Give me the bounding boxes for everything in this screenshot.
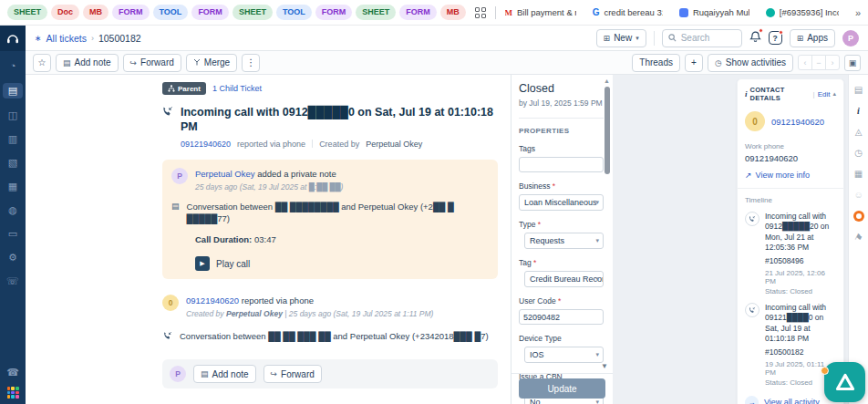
app-switcher-icon[interactable] (7, 387, 19, 399)
timeline-title[interactable]: Incoming call with 0912█████20 on Mon, J… (765, 212, 836, 254)
browser-tab[interactable]: [#6935936] Incomin... (766, 7, 839, 17)
divider (738, 188, 843, 189)
browser-tab-strip: SHEET Doc MB FORM TOOL FORM SHEET TOOL F… (0, 0, 868, 26)
timeline-title[interactable]: Incoming call with 09121████0 on Sat, Ju… (765, 303, 836, 345)
tab-grid-icon[interactable] (475, 7, 486, 18)
tab-group-chip[interactable]: Doc (51, 5, 79, 20)
tab-group-chip[interactable]: FORM (315, 5, 353, 20)
avatar: P (170, 366, 186, 382)
tab-overflow-chevron[interactable]: » (855, 7, 861, 18)
tab-group-chip[interactable]: FORM (112, 5, 150, 20)
tags-input[interactable] (519, 157, 604, 172)
view-all-activity-link[interactable]: → View all activity (745, 396, 836, 404)
sidebar-item-calendar[interactable]: ▦ (4, 180, 22, 193)
expand-layout-button[interactable]: ▣ (844, 55, 861, 71)
ticket-details-icon[interactable]: ▤ (854, 85, 863, 95)
scroll-down-arrow[interactable]: ▼ (601, 362, 608, 370)
search-input[interactable]: Search (662, 29, 742, 47)
sidebar-item-solutions[interactable]: ▥ (4, 132, 22, 146)
new-button[interactable]: ⊞ New ▾ (596, 29, 646, 47)
note-author-link[interactable]: Perpetual Okey (195, 169, 254, 179)
sidebar-item-tickets[interactable]: ▤ (3, 83, 23, 98)
threads-button[interactable]: Threads (632, 54, 680, 72)
scroll-up-arrow[interactable]: ▲ (604, 78, 610, 84)
contact-details-title: CONTACT DETAILS (750, 86, 811, 102)
next-ticket-button[interactable]: › (825, 55, 840, 70)
tab-group-chip[interactable]: FORM (399, 5, 437, 20)
sidebar-item-dashboard[interactable]: ◔ (4, 59, 22, 73)
merge-button[interactable]: Merge (186, 54, 237, 72)
bookmark-icon[interactable]: ⚑ (852, 232, 864, 244)
csat-smiley-icon[interactable]: ☺ (853, 190, 863, 200)
star-button[interactable]: ☆ (33, 54, 51, 72)
add-thread-button[interactable]: + (685, 54, 703, 72)
more-actions-button[interactable]: ⋮ (242, 54, 260, 72)
contact-info-icon[interactable]: i (857, 106, 860, 116)
phone-icon[interactable]: ☎ (6, 367, 19, 378)
divider: | (813, 90, 815, 98)
browser-tab[interactable]: Ruqaiyyah Muham... (679, 7, 749, 17)
back-to-list-icon[interactable]: ∗ (35, 34, 42, 43)
collapse-chevron-icon[interactable]: ▴ (832, 90, 836, 98)
breadcrumb-all-tickets[interactable]: All tickets (46, 33, 87, 44)
business-select[interactable]: Loan Miscellaneous (519, 194, 604, 211)
parent-child-icon[interactable]: ◬ (855, 127, 863, 137)
pager-middle-button[interactable]: − (811, 55, 826, 70)
freshworks-assist-button[interactable] (824, 362, 865, 402)
breadcrumb-ticket-id: 10500182 (98, 33, 141, 44)
tab-group-chip[interactable]: MB (440, 5, 466, 20)
child-ticket-link[interactable]: 1 Child Ticket (212, 84, 262, 93)
add-note-button[interactable]: ▤ Add note (56, 54, 119, 72)
user-avatar[interactable]: P (842, 30, 859, 47)
time-logs-icon[interactable]: ◷ (854, 148, 863, 158)
freshdesk-logo[interactable] (0, 26, 26, 51)
tab-title: Bill payment & refer... (517, 7, 576, 17)
field-label-tags: Tags (519, 144, 604, 153)
todo-icon[interactable]: ▦ (854, 169, 863, 179)
reply-author-link[interactable]: 09121940620 (186, 295, 239, 306)
type-select[interactable]: Requests (524, 233, 604, 249)
browser-tab[interactable]: G credit bereau 31/10... (593, 7, 663, 17)
timeline-status: Status: Closed (765, 287, 836, 295)
contact-name-link[interactable]: 09121940620 (771, 117, 824, 127)
breadcrumb-separator: › (91, 34, 94, 43)
sidebar-item-channels[interactable]: ☏ (4, 275, 22, 288)
user-code-input[interactable] (519, 309, 604, 325)
sidebar-item-forums[interactable]: ▧ (4, 156, 22, 170)
ticket-properties-panel: Closed by Jul 19, 2025 1:59 PM PROPERTIE… (511, 75, 613, 404)
field-label-type: Type (519, 220, 604, 229)
forward-button[interactable]: ↪ Forward (123, 54, 181, 72)
prev-ticket-button[interactable]: ‹ (798, 55, 812, 70)
sidebar-item-contacts[interactable]: ◫ (4, 109, 22, 122)
reply-body: Conversation between ██ ██ ███ ██ and Pe… (180, 330, 489, 342)
footer-forward-button[interactable]: ↪ Forward (264, 365, 322, 383)
tab-group-chip[interactable]: TOOL (153, 5, 189, 20)
device-type-select[interactable]: IOS (524, 347, 604, 363)
view-more-info-link[interactable]: ↗ View more info (745, 171, 836, 180)
help-icon[interactable]: ? (769, 31, 782, 45)
private-note: P Perpetual Okey added a private note 25… (162, 160, 498, 280)
tab-group-chip[interactable]: MB (83, 5, 108, 20)
tab-group-chip[interactable]: SHEET (7, 5, 47, 20)
app-orange-icon[interactable] (853, 211, 864, 222)
tab-group-chip[interactable]: SHEET (356, 5, 396, 20)
edit-contact-link[interactable]: Edit (818, 90, 831, 98)
tag-select[interactable]: Credit Bureau Records (524, 271, 604, 287)
tab-group-chip[interactable]: FORM (191, 5, 229, 20)
notifications-bell-icon[interactable] (749, 30, 761, 47)
sidebar-item-admin[interactable]: ⚙ (4, 251, 22, 264)
timeline-item[interactable]: Incoming call with 0912█████20 on Mon, J… (745, 212, 836, 295)
apps-button[interactable]: ⊞ Apps (790, 29, 835, 47)
play-call-button[interactable]: ▶ (195, 256, 210, 271)
browser-tab[interactable]: M Bill payment & refer... (505, 7, 576, 17)
sidebar-item-analytics[interactable]: ◍ (4, 203, 22, 217)
footer-add-note-button[interactable]: ▤ Add note (193, 365, 256, 383)
properties-scrollbar[interactable] (604, 87, 610, 174)
tab-group-chip[interactable]: TOOL (276, 5, 312, 20)
mail-icon: M (505, 8, 513, 17)
update-button[interactable]: Update (519, 378, 605, 399)
sidebar-item-chat[interactable]: ▭ (4, 227, 22, 241)
show-activities-button[interactable]: ◷ Show activities (708, 54, 793, 72)
requester-link[interactable]: 09121940620 (181, 140, 231, 149)
tab-group-chip[interactable]: SHEET (232, 5, 273, 20)
